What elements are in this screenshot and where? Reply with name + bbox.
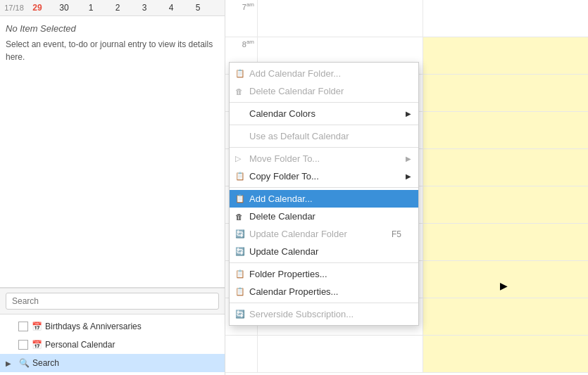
separator-3 bbox=[230, 147, 418, 148]
time-col-7-2 bbox=[423, 0, 588, 37]
time-col-11-2-highlighted bbox=[423, 149, 588, 186]
day-5: 5 bbox=[184, 3, 211, 13]
search-icon: 🔍 bbox=[18, 358, 30, 368]
time-col-8-2-highlighted bbox=[423, 37, 588, 74]
time-col-16-2-highlighted bbox=[423, 336, 588, 372]
menu-item-delete-calendar-folder[interactable]: 🗑 Delete Calendar Folder bbox=[230, 82, 418, 100]
no-item-panel: No Item Selected Select an event, to-do … bbox=[0, 16, 225, 288]
update-calendar-label: Update Calendar bbox=[249, 246, 318, 257]
calendar-properties-icon: 📋 bbox=[235, 287, 245, 296]
time-col-9-2-highlighted bbox=[423, 75, 588, 111]
submenu-arrow-copy-folder: ▶ bbox=[406, 172, 411, 180]
time-col-15-2-highlighted bbox=[423, 298, 588, 335]
menu-item-folder-properties[interactable]: 📋 Folder Properties... bbox=[230, 265, 418, 283]
time-col-10-2-highlighted bbox=[423, 112, 588, 148]
time-col-13-2-highlighted bbox=[423, 224, 588, 260]
delete-calendar-label: Delete Calendar bbox=[249, 211, 315, 222]
menu-item-add-calendar-folder[interactable]: 📋 Add Calendar Folder... bbox=[230, 65, 418, 82]
menu-item-update-calendar-folder[interactable]: 🔄 Update Calendar Folder F5 bbox=[230, 225, 418, 243]
search-bar bbox=[0, 288, 225, 314]
copy-folder-icon: 📋 bbox=[235, 172, 245, 181]
calendar-properties-label: Calendar Properties... bbox=[249, 286, 338, 297]
add-calendar-label: Add Calendar... bbox=[249, 193, 313, 204]
time-col-14-2-highlighted bbox=[423, 261, 588, 298]
no-item-title: No Item Selected bbox=[6, 23, 219, 34]
calendar-icon-personal: 📅 bbox=[31, 340, 42, 350]
delete-calendar-folder-label: Delete Calendar Folder bbox=[249, 86, 344, 96]
menu-item-use-as-default[interactable]: Use as Default Calendar bbox=[230, 127, 418, 145]
update-calendar-folder-icon: 🔄 bbox=[235, 229, 245, 239]
time-col-7-1 bbox=[257, 0, 423, 37]
item-label-personal: Personal Calendar bbox=[45, 340, 115, 350]
shortcut-f5: F5 bbox=[392, 229, 401, 239]
submenu-arrow-calendar-colors: ▶ bbox=[406, 110, 411, 117]
add-calendar-folder-icon: 📋 bbox=[235, 69, 245, 78]
menu-item-calendar-colors[interactable]: Calendar Colors ▶ bbox=[230, 105, 418, 122]
time-col-12-2-highlighted bbox=[423, 186, 588, 223]
day-30: 30 bbox=[51, 3, 77, 13]
time-col-16-1 bbox=[257, 336, 423, 372]
time-label-16 bbox=[225, 336, 257, 372]
calendar-icon-birthdays: 📅 bbox=[31, 322, 42, 331]
item-label-birthdays: Birthdays & Anniversaries bbox=[45, 322, 142, 331]
menu-item-calendar-properties[interactable]: 📋 Calendar Properties... bbox=[230, 283, 418, 300]
time-row-7am: 7am bbox=[225, 0, 588, 37]
menu-item-copy-folder-to[interactable]: 📋 Copy Folder To... ▶ bbox=[230, 167, 418, 185]
submenu-arrow-move-folder: ▶ bbox=[406, 155, 411, 163]
left-panel: 17/18 29 30 1 2 3 4 5 No Item Selected S… bbox=[0, 0, 225, 375]
move-folder-icon: ▷ bbox=[235, 154, 241, 163]
folder-properties-icon: 📋 bbox=[235, 269, 245, 279]
use-as-default-label: Use as Default Calendar bbox=[249, 131, 349, 141]
copy-folder-to-label: Copy Folder To... bbox=[249, 171, 319, 182]
delete-calendar-folder-icon: 🗑 bbox=[235, 87, 243, 96]
day-3: 3 bbox=[131, 3, 158, 13]
calendar-header: 17/18 29 30 1 2 3 4 5 bbox=[0, 0, 225, 16]
menu-item-serverside-subscription[interactable]: 🔄 Serverside Subscription... bbox=[230, 305, 418, 323]
time-row-16 bbox=[225, 336, 588, 373]
week-number: 17/18 bbox=[4, 4, 24, 12]
folder-properties-label: Folder Properties... bbox=[249, 269, 327, 279]
day-29: 29 bbox=[24, 3, 51, 13]
delete-calendar-icon: 🗑 bbox=[235, 212, 243, 221]
update-calendar-icon: 🔄 bbox=[235, 247, 245, 256]
menu-item-add-calendar[interactable]: 📋 Add Calendar... bbox=[230, 190, 418, 208]
day-1: 1 bbox=[77, 3, 104, 13]
no-item-description: Select an event, to-do or journal entry … bbox=[6, 38, 219, 63]
day-2: 2 bbox=[104, 3, 131, 13]
checkbox-personal[interactable] bbox=[18, 340, 28, 350]
add-calendar-icon: 📋 bbox=[235, 194, 245, 203]
tree-list: 📅 Birthdays & Anniversaries 📅 Personal C… bbox=[0, 314, 225, 375]
context-menu: 📋 Add Calendar Folder... 🗑 Delete Calend… bbox=[229, 62, 419, 326]
update-calendar-folder-label: Update Calendar Folder bbox=[249, 229, 347, 239]
menu-item-update-calendar[interactable]: 🔄 Update Calendar bbox=[230, 243, 418, 260]
separator-2 bbox=[230, 125, 418, 125]
separator-6 bbox=[230, 303, 418, 303]
list-item[interactable]: 📅 Birthdays & Anniversaries bbox=[0, 317, 225, 336]
list-item[interactable]: 📅 Personal Calendar bbox=[0, 336, 225, 354]
menu-item-move-folder-to[interactable]: ▷ Move Folder To... ▶ bbox=[230, 150, 418, 167]
app-container: 17/18 29 30 1 2 3 4 5 No Item Selected S… bbox=[0, 0, 588, 375]
menu-item-delete-calendar[interactable]: 🗑 Delete Calendar bbox=[230, 208, 418, 225]
add-calendar-folder-label: Add Calendar Folder... bbox=[249, 68, 341, 79]
search-input[interactable] bbox=[6, 293, 219, 310]
calendar-colors-label: Calendar Colors bbox=[249, 108, 315, 119]
separator-5 bbox=[230, 262, 418, 263]
day-4: 4 bbox=[158, 3, 184, 13]
separator-1 bbox=[230, 102, 418, 103]
item-label-search: Search bbox=[32, 358, 59, 368]
list-item-search[interactable]: ▶ 🔍 Search bbox=[0, 354, 225, 372]
serverside-icon: 🔄 bbox=[235, 310, 245, 319]
time-label-7: 7am bbox=[225, 0, 257, 37]
expand-arrow-search: ▶ bbox=[6, 360, 15, 367]
checkbox-birthdays[interactable] bbox=[18, 322, 28, 331]
move-folder-to-label: Move Folder To... bbox=[249, 153, 320, 164]
serverside-subscription-label: Serverside Subscription... bbox=[249, 309, 354, 319]
separator-4 bbox=[230, 187, 418, 188]
